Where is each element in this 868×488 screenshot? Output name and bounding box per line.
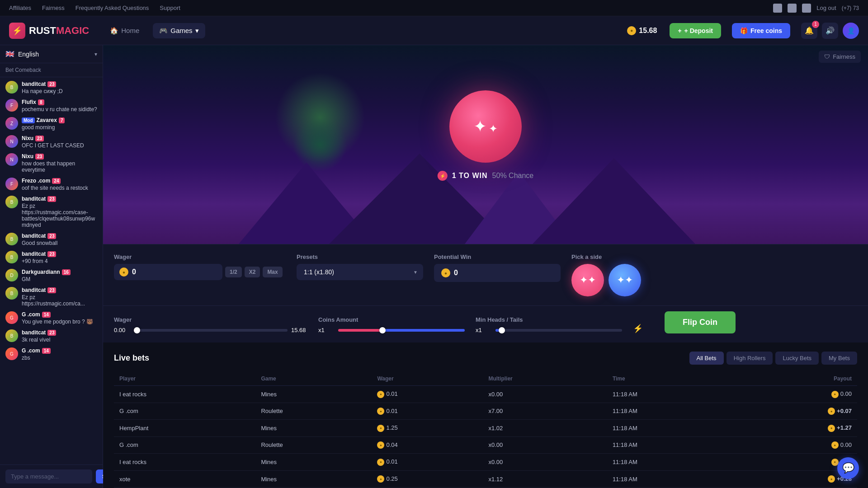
cell-multiplier: x0.00 [483, 386, 607, 403]
chat-msg-body: Nixu 23 how does that happen everytime [22, 153, 97, 173]
game-visual: ✦ ✦ ⚡ 1 TO WIN 50% Chance 🛡 Fairness [103, 45, 868, 244]
chat-avatar: B [5, 233, 18, 245]
col-game: Game [255, 372, 372, 386]
potential-input-wrap: ● 0 [434, 264, 561, 282]
cell-game: Mines [255, 454, 372, 471]
wager-input-wrap: ● 0 [114, 264, 222, 280]
chat-username: Zavarex [37, 117, 57, 123]
cell-payout: ●0.00 [734, 386, 857, 403]
tab-high-rollers[interactable]: High Rollers [726, 352, 773, 365]
list-item: B banditcat 23 Good snowball [5, 233, 97, 246]
game-controls: Wager ● 0 1/2 X2 Max Presets 1:1 (x1.80) [103, 244, 868, 305]
user-avatar[interactable]: 👤 [843, 23, 859, 39]
chat-avatar: F [5, 99, 18, 112]
cell-wager: ●0.04 [372, 436, 483, 454]
chat-text: how does that happen everytime [22, 160, 97, 173]
cell-time: 11:18 AM [607, 454, 734, 471]
chat-text: oof the site needs a restock [22, 185, 97, 191]
volume-button[interactable]: 🔊 [822, 23, 838, 39]
game-area: ✦ ✦ ⚡ 1 TO WIN 50% Chance 🛡 Fairness Wag… [103, 45, 868, 488]
chat-avatar: F [5, 178, 18, 190]
chat-msg-header: Nixu 23 [22, 153, 97, 160]
heads-slider-track[interactable] [495, 329, 622, 332]
wager-coin-sm: ● [377, 425, 384, 432]
chat-text: Good snowball [22, 240, 97, 246]
col-time: Time [607, 372, 734, 386]
logout-link[interactable]: Log out [816, 5, 836, 11]
cell-wager: ●1.25 [372, 420, 483, 437]
coins-slider-track[interactable] [338, 329, 465, 332]
chat-avatar: N [5, 135, 18, 148]
twitter-icon[interactable]: 𝕏 [773, 4, 782, 13]
presets-select[interactable]: 1:1 (x1.80) [297, 264, 423, 280]
chat-avatar: B [5, 251, 18, 263]
nav-affiliates[interactable]: Affiliates [9, 5, 31, 11]
coins-slider-thumb[interactable] [379, 327, 386, 333]
chat-msg-body: G .com 14 You give me podgon bro ? 🐻 [22, 311, 97, 325]
cell-player: I eat rocks [114, 386, 255, 403]
cell-time: 11:18 AM [607, 436, 734, 454]
tails-coin-button[interactable]: ✦✦ [609, 264, 641, 296]
logo-icon: ⚡ [9, 23, 25, 39]
chat-username: banditcat [22, 196, 46, 202]
lang-arrow-icon: ▾ [94, 51, 97, 57]
chat-text: pochemu v ru chate ne sididte? [22, 106, 97, 113]
tab-lucky-bets[interactable]: Lucky Bets [775, 352, 819, 365]
home-nav-button[interactable]: 🏠 Home [104, 23, 146, 38]
chat-msg-body: Mod Zavarex 7 good morning [22, 117, 97, 131]
heads-slider-thumb[interactable] [499, 327, 505, 333]
coins-amount-slider-row: x1 [318, 327, 465, 333]
games-nav-button[interactable]: 🎮 Games ▾ [153, 23, 205, 38]
live-bets-table: Player Game Wager Multiplier Time Payout… [114, 372, 857, 488]
presets-control: Presets 1:1 (x1.80) [297, 253, 423, 280]
free-coins-button[interactable]: 🎁 Free coins [732, 23, 790, 38]
tab-my-bets[interactable]: My Bets [821, 352, 857, 365]
fairness-button[interactable]: 🛡 Fairness [819, 51, 861, 63]
chat-input[interactable] [5, 469, 92, 483]
win-coin-badge: ⚡ [438, 171, 448, 181]
side-coins-row: ✦✦ ✦✦ [571, 264, 662, 296]
mountain-4 [533, 158, 695, 244]
nav-fairness[interactable]: Fairness [42, 5, 65, 11]
cell-time: 11:18 AM [607, 403, 734, 420]
chat-msg-header: banditcat 23 [22, 251, 97, 257]
chat-section-header: Bet Comeback [0, 63, 103, 77]
pick-side-control: Pick a side ✦✦ ✦✦ [571, 253, 662, 296]
half-bet-button[interactable]: 1/2 [225, 267, 242, 277]
chat-username: G .com [22, 311, 40, 318]
list-item: B banditcat 23 +90 from 4 [5, 251, 97, 264]
mountain-background [103, 154, 868, 244]
chat-msg-header: Mod Zavarex 7 [22, 117, 97, 123]
sliders-row: Wager 0.00 15.68 Coins Amount x1 [103, 305, 868, 343]
chat-input-area: Send [0, 465, 103, 488]
nav-support[interactable]: Support [160, 5, 180, 11]
language-label: English [18, 51, 91, 58]
heads-coin-button[interactable]: ✦✦ [571, 264, 604, 296]
nav-faq[interactable]: Frequently Asked Questions [75, 5, 149, 11]
notifications-button[interactable]: 🔔 1 [801, 23, 817, 39]
chat-text: На паре сижу ;D [22, 88, 97, 94]
language-selector[interactable]: 🇬🇧 English ▾ [0, 45, 103, 63]
chat-msg-header: G .com 14 [22, 311, 97, 318]
cell-player: G .com [114, 403, 255, 420]
chat-support-button[interactable]: 💬 [837, 457, 859, 479]
deposit-button[interactable]: + + Deposit [670, 23, 721, 38]
double-bet-button[interactable]: X2 [245, 267, 260, 277]
list-item: D Darkguardiann 16 GM [5, 269, 97, 282]
wager-slider-track[interactable] [134, 329, 288, 332]
chat-msg-body: Frezo .com 24 oof the site needs a resto… [22, 178, 97, 191]
chat-msg-header: banditcat 23 [22, 196, 97, 202]
tab-all-bets[interactable]: All Bets [689, 352, 724, 365]
twitch-icon[interactable]: T [802, 4, 811, 13]
discord-icon[interactable]: D [788, 4, 797, 13]
chat-level-badge: 14 [42, 312, 51, 318]
flip-coin-button[interactable]: Flip Coin [665, 311, 736, 333]
wager-slider-thumb[interactable] [134, 327, 140, 333]
max-bet-button[interactable]: Max [263, 267, 282, 277]
logo[interactable]: ⚡ RUSTMAGIC [9, 23, 89, 39]
list-item: B banditcat 23 Ez pz https://rustmagic.c… [5, 287, 97, 307]
wager-coin-sm: ● [377, 441, 384, 449]
chat-text: Ez pz https://rustmagic.com/ca... [22, 294, 97, 307]
cell-multiplier: x0.00 [483, 436, 607, 454]
cell-payout: ●+0.07 [734, 403, 857, 420]
